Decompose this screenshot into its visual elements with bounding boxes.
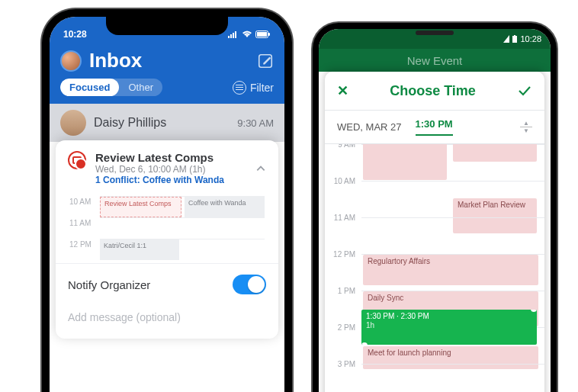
battery-icon bbox=[512, 35, 517, 43]
notify-organizer-toggle[interactable] bbox=[233, 275, 266, 294]
email-time: 9:30 AM bbox=[237, 117, 274, 129]
filter-button[interactable]: Filter bbox=[233, 81, 274, 95]
background-title-text: New Event bbox=[407, 54, 463, 67]
hour-label: 11 AM bbox=[325, 214, 361, 250]
chevron-up-icon[interactable] bbox=[255, 163, 266, 174]
tab-segmented: Focused Other bbox=[60, 79, 162, 96]
notch bbox=[106, 17, 228, 35]
hour-label: 2 PM bbox=[325, 323, 361, 360]
avatar[interactable] bbox=[60, 50, 82, 72]
hour-label: 1 PM bbox=[325, 287, 361, 323]
day-calendar[interactable]: 9 AM Company Meeting Core Web Team Sync … bbox=[325, 144, 544, 392]
cal-event[interactable]: Company Meeting bbox=[363, 144, 447, 180]
background-title: New Event bbox=[319, 49, 551, 72]
hour-label: 12 PM bbox=[69, 239, 100, 260]
mini-event[interactable]: Katri/Cecil 1:1 bbox=[100, 239, 179, 260]
notify-organizer-label: Notify Organizer bbox=[68, 278, 150, 291]
svg-rect-3 bbox=[235, 31, 236, 38]
hour-label: 11 AM bbox=[69, 217, 100, 239]
signal-icon bbox=[503, 35, 509, 43]
new-event-block[interactable]: 1:30 PM · 2:30 PM 1h bbox=[361, 310, 537, 345]
ios-device-frame: 10:28 Inbox Focused Other Filter bbox=[42, 9, 292, 392]
time-stepper[interactable]: ▲▼ bbox=[520, 120, 532, 134]
email-list-item[interactable]: Daisy Phillips 9:30 AM bbox=[50, 104, 284, 142]
svg-rect-5 bbox=[257, 32, 267, 37]
calendar-conflict-icon bbox=[68, 151, 86, 169]
confirm-icon[interactable] bbox=[517, 83, 532, 98]
hour-label: 3 PM bbox=[325, 360, 361, 392]
android-device-frame: 10:28 New Event ✕ Choose Time WED, MAR 2… bbox=[313, 23, 557, 392]
compose-icon[interactable] bbox=[257, 53, 274, 69]
hour-label: 10 AM bbox=[325, 177, 361, 214]
choose-time-sheet: ✕ Choose Time WED, MAR 27 1:30 PM ▲▼ 9 A… bbox=[325, 72, 544, 392]
time-picker[interactable]: 1:30 PM bbox=[416, 118, 453, 136]
wifi-icon bbox=[242, 31, 252, 38]
cal-event[interactable]: Core Web Team Sync bbox=[453, 144, 537, 162]
hour-label: 12 PM bbox=[325, 250, 361, 287]
hour-label: 10 AM bbox=[69, 196, 100, 217]
speaker bbox=[416, 31, 454, 35]
new-event-duration: 1h bbox=[366, 321, 374, 329]
status-time: 10:28 bbox=[520, 34, 541, 43]
status-time: 10:28 bbox=[63, 29, 87, 40]
rsvp-conflict-link[interactable]: 1 Conflict: Coffee with Wanda bbox=[95, 175, 246, 185]
cal-event[interactable]: Regulartory Affairs bbox=[363, 255, 538, 285]
resize-handle-top[interactable] bbox=[529, 310, 537, 313]
filter-icon bbox=[233, 81, 246, 95]
svg-rect-8 bbox=[512, 36, 517, 43]
mini-event[interactable]: Coffee with Wanda bbox=[185, 197, 265, 217]
resize-handle-bottom[interactable] bbox=[361, 341, 369, 345]
svg-rect-2 bbox=[233, 33, 234, 38]
mini-event[interactable]: Review Latest Comps bbox=[100, 197, 181, 217]
svg-rect-9 bbox=[514, 35, 515, 37]
svg-rect-1 bbox=[230, 34, 232, 38]
sender-name: Daisy Phillips bbox=[94, 116, 230, 130]
rsvp-subtitle: Wed, Dec 6, 10:00 AM (1h) bbox=[95, 164, 246, 175]
message-input[interactable]: Add message (optional) bbox=[68, 311, 181, 323]
new-event-time: 1:30 PM · 2:30 PM bbox=[366, 312, 429, 320]
battery-icon bbox=[255, 31, 271, 38]
filter-label: Filter bbox=[250, 82, 274, 94]
page-title: Inbox bbox=[89, 49, 249, 72]
tab-other[interactable]: Other bbox=[119, 79, 162, 96]
date-picker[interactable]: WED, MAR 27 bbox=[337, 121, 402, 133]
sender-avatar bbox=[60, 110, 86, 136]
signal-icon bbox=[228, 31, 239, 38]
sheet-title: Choose Time bbox=[361, 83, 505, 99]
close-icon[interactable]: ✕ bbox=[337, 82, 348, 99]
mini-agenda: 10 AM Review Latest Comps Coffee with Wa… bbox=[56, 190, 278, 263]
svg-rect-0 bbox=[228, 36, 230, 38]
rsvp-card: Review Latest Comps Wed, Dec 6, 10:00 AM… bbox=[56, 140, 278, 339]
tab-focused[interactable]: Focused bbox=[60, 79, 119, 96]
svg-rect-6 bbox=[268, 33, 270, 36]
hour-label: 9 AM bbox=[325, 144, 361, 177]
rsvp-title: Review Latest Comps bbox=[95, 151, 246, 164]
